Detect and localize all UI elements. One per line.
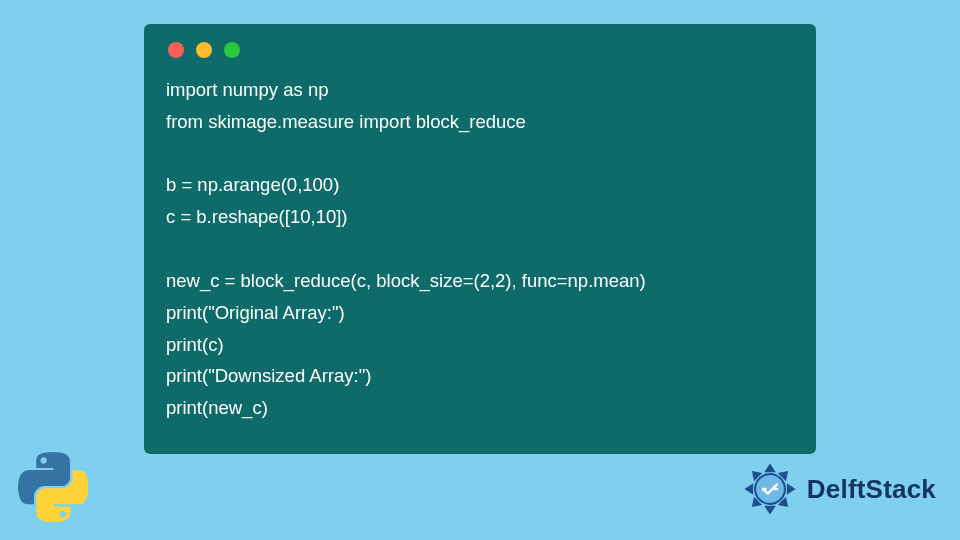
svg-marker-3	[787, 483, 796, 495]
svg-rect-10	[762, 488, 767, 490]
delftstack-logo-icon	[741, 460, 799, 518]
brand-name: DelftStack	[807, 474, 936, 505]
svg-point-9	[756, 475, 784, 503]
brand: DelftStack	[741, 460, 936, 518]
svg-marker-2	[744, 483, 753, 495]
close-dot-icon	[168, 42, 184, 58]
maximize-dot-icon	[224, 42, 240, 58]
minimize-dot-icon	[196, 42, 212, 58]
code-content: import numpy as np from skimage.measure …	[166, 74, 794, 424]
svg-marker-1	[764, 506, 776, 515]
svg-rect-11	[773, 488, 778, 490]
window-traffic-lights	[168, 42, 794, 58]
python-logo-icon	[18, 452, 88, 522]
svg-marker-0	[764, 463, 776, 472]
code-window: import numpy as np from skimage.measure …	[144, 24, 816, 454]
